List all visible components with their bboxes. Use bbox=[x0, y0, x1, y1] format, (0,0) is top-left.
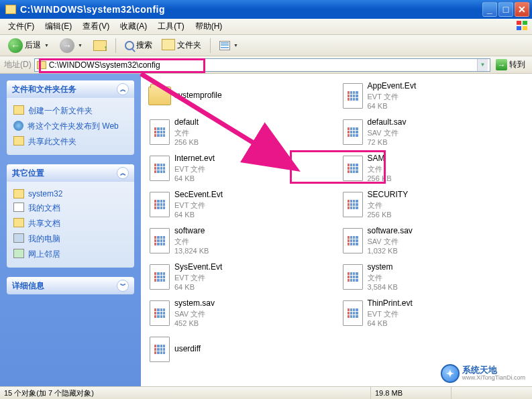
file-list[interactable]: systemprofileAppEvent.EvtEVT 文件64 KBdefa… bbox=[141, 74, 532, 386]
file-icon bbox=[343, 156, 363, 181]
tasks-header[interactable]: 文件和文件夹任务 ︽ bbox=[7, 80, 134, 98]
file-size: 256 KB bbox=[368, 174, 392, 183]
menu-help[interactable]: 帮助(H) bbox=[191, 19, 227, 34]
file-name: SecEvent.Evt bbox=[174, 190, 223, 201]
close-button[interactable]: ✕ bbox=[515, 2, 529, 17]
chevron-down-icon: ▼ bbox=[78, 43, 83, 48]
address-dropdown-button[interactable]: ▼ bbox=[477, 59, 488, 71]
file-item[interactable]: SAM文件256 KB bbox=[337, 152, 530, 185]
file-icon bbox=[150, 264, 170, 290]
file-name: AppEvent.Evt bbox=[368, 81, 417, 92]
file-icon bbox=[343, 119, 363, 145]
folder-icon bbox=[13, 189, 24, 198]
places-header[interactable]: 其它位置 ︽ bbox=[7, 164, 134, 182]
file-item[interactable]: default.savSAV 文件72 KB bbox=[337, 115, 530, 149]
file-item[interactable]: system.savSAV 文件452 KB bbox=[144, 296, 337, 330]
watermark-url: www.XiTongTianDi.com bbox=[462, 375, 525, 382]
place-label: 网上邻居 bbox=[28, 249, 60, 260]
details-header[interactable]: 详细信息 ︾ bbox=[7, 277, 134, 294]
place-mydocs[interactable]: 我的文档 bbox=[13, 201, 127, 216]
file-size: 13,824 KB bbox=[174, 246, 209, 255]
new-folder-icon bbox=[13, 105, 24, 115]
folder-icon bbox=[37, 61, 46, 69]
file-size: 1,032 KB bbox=[368, 246, 413, 255]
window-title: C:\WINDOWS\system32\config bbox=[20, 4, 482, 15]
file-icon bbox=[150, 228, 170, 253]
menu-edit[interactable]: 编辑(E) bbox=[41, 19, 76, 34]
maximize-button[interactable]: □ bbox=[498, 2, 513, 17]
folder-up-icon bbox=[93, 40, 107, 51]
folders-button[interactable]: 文件夹 bbox=[159, 38, 205, 53]
back-arrow-icon: ← bbox=[8, 38, 23, 53]
file-type: EVT 文件 bbox=[174, 164, 215, 174]
task-share-folder[interactable]: 共享此文件夹 bbox=[13, 134, 127, 150]
file-icon bbox=[150, 119, 170, 145]
file-size: 256 KB bbox=[368, 210, 409, 219]
places-panel: 其它位置 ︽ system32 我的文档 共享文档 我的电脑 bbox=[7, 164, 134, 268]
file-item[interactable]: ThinPrint.evtEVT 文件64 KB bbox=[337, 296, 530, 330]
watermark-name: 系统天地 bbox=[462, 365, 525, 375]
file-type: 文件 bbox=[368, 164, 392, 174]
file-item[interactable]: userdiff bbox=[144, 333, 337, 366]
file-name: SECURITY bbox=[368, 190, 409, 201]
menu-favorites[interactable]: 收藏(A) bbox=[116, 19, 151, 34]
sidebar: 文件和文件夹任务 ︽ 创建一个新文件夹 将这个文件夹发布到 Web 共享此文件夹 bbox=[0, 74, 141, 386]
menu-file[interactable]: 文件(F) bbox=[4, 19, 38, 34]
task-label: 将这个文件夹发布到 Web bbox=[28, 121, 119, 132]
file-item[interactable]: systemprofile bbox=[144, 79, 337, 113]
place-mycomputer[interactable]: 我的电脑 bbox=[13, 231, 127, 247]
status-objects: 15 个对象(加 7 个隐藏对象) bbox=[0, 387, 371, 399]
address-field[interactable]: C:\WINDOWS\system32\config ▼ bbox=[34, 58, 490, 72]
file-type: EVT 文件 bbox=[368, 92, 417, 101]
file-icon bbox=[150, 337, 170, 362]
place-shareddocs[interactable]: 共享文档 bbox=[13, 216, 127, 231]
file-item[interactable]: AppEvent.EvtEVT 文件64 KB bbox=[337, 79, 530, 113]
file-item[interactable]: SysEvent.EvtEVT 文件64 KB bbox=[144, 260, 337, 294]
place-label: 我的文档 bbox=[28, 203, 60, 214]
file-type: SAV 文件 bbox=[368, 237, 413, 246]
file-size: 452 KB bbox=[174, 319, 215, 328]
file-name: systemprofile bbox=[174, 91, 222, 101]
addressbar: 地址(D) C:\WINDOWS\system32\config ▼ → 转到 bbox=[0, 56, 532, 74]
separator bbox=[115, 38, 116, 53]
file-type: EVT 文件 bbox=[174, 273, 222, 282]
place-system32[interactable]: system32 bbox=[13, 187, 127, 201]
file-item[interactable]: SecEvent.EvtEVT 文件64 KB bbox=[144, 188, 337, 221]
place-label: system32 bbox=[28, 189, 62, 198]
search-label: 搜索 bbox=[136, 40, 152, 51]
file-item[interactable]: software文件13,824 KB bbox=[144, 224, 337, 258]
place-label: 共享文档 bbox=[28, 218, 60, 229]
task-new-folder[interactable]: 创建一个新文件夹 bbox=[13, 103, 127, 119]
file-type: 文件 bbox=[174, 237, 209, 246]
forward-button[interactable]: → ▼ bbox=[56, 36, 87, 55]
file-icon bbox=[343, 192, 363, 217]
menubar: 文件(F) 编辑(E) 查看(V) 收藏(A) 工具(T) 帮助(H) bbox=[0, 19, 532, 35]
minimize-button[interactable]: _ bbox=[482, 2, 497, 17]
statusbar: 15 个对象(加 7 个隐藏对象) 19.8 MB bbox=[0, 386, 532, 399]
file-type: SAV 文件 bbox=[368, 128, 407, 137]
chevron-up-icon: ︽ bbox=[117, 167, 129, 179]
file-item[interactable]: system文件3,584 KB bbox=[337, 260, 530, 294]
place-network[interactable]: 网上邻居 bbox=[13, 247, 127, 262]
back-button[interactable]: ← 后退 ▼ bbox=[4, 36, 53, 55]
file-item[interactable]: Internet.evtEVT 文件64 KB bbox=[144, 152, 337, 185]
file-size: 64 KB bbox=[368, 101, 417, 111]
file-icon bbox=[150, 156, 170, 181]
file-icon bbox=[343, 83, 363, 109]
file-item[interactable]: SECURITY文件256 KB bbox=[337, 188, 530, 221]
address-label: 地址(D) bbox=[4, 59, 32, 70]
file-item[interactable]: software.savSAV 文件1,032 KB bbox=[337, 224, 530, 258]
go-button[interactable]: → 转到 bbox=[493, 58, 528, 71]
views-button[interactable]: ▼ bbox=[215, 39, 242, 52]
up-button[interactable] bbox=[89, 38, 111, 53]
task-label: 共享此文件夹 bbox=[28, 136, 76, 148]
task-publish-web[interactable]: 将这个文件夹发布到 Web bbox=[13, 119, 127, 134]
file-type: 文件 bbox=[368, 201, 409, 210]
main-area: 文件和文件夹任务 ︽ 创建一个新文件夹 将这个文件夹发布到 Web 共享此文件夹 bbox=[0, 74, 532, 386]
shared-folder-icon bbox=[13, 218, 24, 227]
details-header-label: 详细信息 bbox=[12, 280, 44, 292]
menu-tools[interactable]: 工具(T) bbox=[154, 19, 188, 34]
search-button[interactable]: 搜索 bbox=[121, 38, 156, 53]
file-item[interactable]: default文件256 KB bbox=[144, 115, 337, 149]
menu-view[interactable]: 查看(V) bbox=[78, 19, 113, 34]
